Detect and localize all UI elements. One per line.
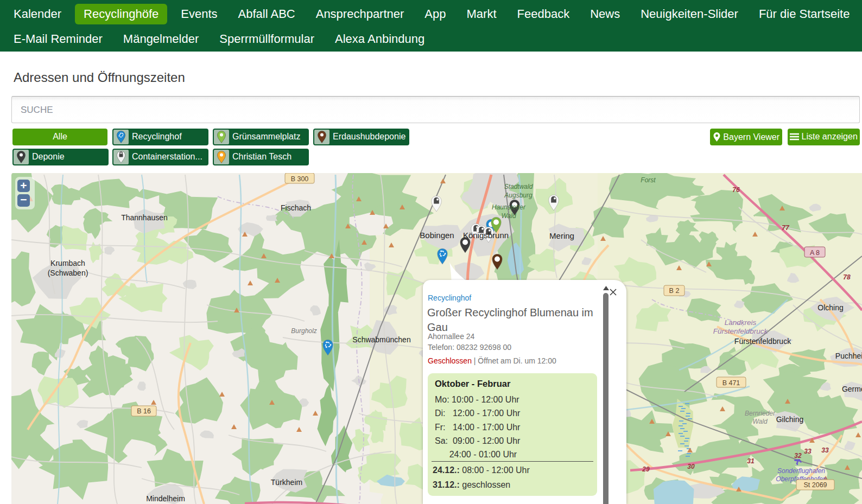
svg-text:Türkheim: Türkheim bbox=[271, 478, 302, 487]
svg-text:Fischach: Fischach bbox=[281, 203, 311, 212]
svg-text:Puchheim: Puchheim bbox=[835, 352, 862, 360]
svg-text:St 2069: St 2069 bbox=[803, 481, 827, 489]
svg-text:B 16: B 16 bbox=[137, 407, 151, 415]
svg-text:Fürstenfeldbruck: Fürstenfeldbruck bbox=[734, 337, 791, 346]
svg-text:Gilching: Gilching bbox=[776, 415, 804, 424]
svg-text:Landkreis: Landkreis bbox=[725, 318, 757, 327]
svg-text:Mering: Mering bbox=[549, 231, 574, 240]
svg-text:Bernrieder: Bernrieder bbox=[745, 410, 776, 417]
svg-text:Haunstetter: Haunstetter bbox=[492, 203, 526, 211]
svg-text:Augsburg: Augsburg bbox=[504, 192, 533, 199]
svg-text:31: 31 bbox=[747, 457, 755, 465]
svg-text:Forst: Forst bbox=[641, 176, 656, 184]
svg-text:76: 76 bbox=[732, 186, 740, 194]
svg-text:Stadtwald: Stadtwald bbox=[504, 183, 533, 190]
svg-text:Thannhausen: Thannhausen bbox=[121, 213, 168, 222]
svg-text:B 2: B 2 bbox=[669, 287, 680, 295]
svg-text:29: 29 bbox=[642, 465, 650, 473]
svg-text:77: 77 bbox=[782, 224, 790, 232]
svg-text:Olching: Olching bbox=[817, 303, 843, 312]
svg-text:Krumbach: Krumbach bbox=[50, 259, 85, 267]
svg-text:Bobingen: Bobingen bbox=[420, 231, 454, 240]
svg-text:Fürstenfeldbruck: Fürstenfeldbruck bbox=[713, 327, 769, 335]
svg-text:Wald: Wald bbox=[752, 418, 767, 425]
svg-text:B 471: B 471 bbox=[722, 379, 740, 387]
svg-text:33: 33 bbox=[821, 446, 829, 454]
svg-text:Sonderflughafen: Sonderflughafen bbox=[777, 467, 825, 475]
svg-text:Königsbrunn: Königsbrunn bbox=[463, 231, 509, 240]
svg-text:78: 78 bbox=[843, 273, 851, 281]
svg-text:A 8: A 8 bbox=[810, 249, 820, 257]
svg-text:32: 32 bbox=[794, 452, 802, 460]
svg-text:Schwabmünchen: Schwabmünchen bbox=[352, 335, 410, 344]
svg-text:33: 33 bbox=[804, 448, 812, 455]
svg-text:Burgholz: Burgholz bbox=[291, 327, 316, 335]
svg-text:Germering: Germering bbox=[842, 385, 862, 393]
svg-text:30: 30 bbox=[687, 463, 695, 470]
svg-text:(Schwaben): (Schwaben) bbox=[48, 269, 88, 277]
svg-text:Wald: Wald bbox=[501, 212, 516, 220]
svg-text:B 300: B 300 bbox=[291, 175, 309, 183]
svg-text:Mindelheim: Mindelheim bbox=[146, 494, 185, 503]
